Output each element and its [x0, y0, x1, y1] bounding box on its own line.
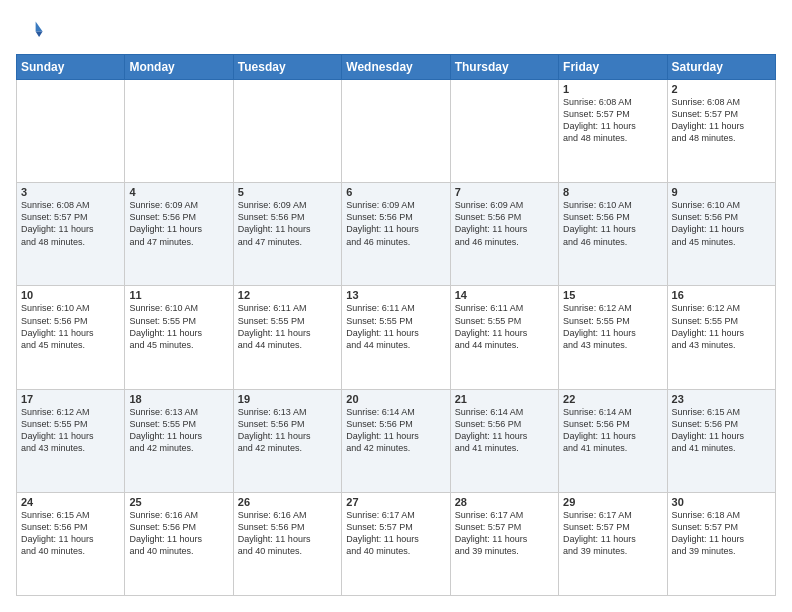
svg-marker-1 — [36, 31, 43, 37]
calendar-cell: 17Sunrise: 6:12 AM Sunset: 5:55 PM Dayli… — [17, 389, 125, 492]
day-number: 8 — [563, 186, 662, 198]
weekday-header-tuesday: Tuesday — [233, 55, 341, 80]
calendar-cell: 22Sunrise: 6:14 AM Sunset: 5:56 PM Dayli… — [559, 389, 667, 492]
day-number: 23 — [672, 393, 771, 405]
day-number: 22 — [563, 393, 662, 405]
day-number: 3 — [21, 186, 120, 198]
page: SundayMondayTuesdayWednesdayThursdayFrid… — [0, 0, 792, 612]
day-number: 12 — [238, 289, 337, 301]
day-info: Sunrise: 6:14 AM Sunset: 5:56 PM Dayligh… — [346, 406, 445, 455]
calendar-cell: 10Sunrise: 6:10 AM Sunset: 5:56 PM Dayli… — [17, 286, 125, 389]
day-info: Sunrise: 6:10 AM Sunset: 5:56 PM Dayligh… — [563, 199, 662, 248]
calendar-cell: 23Sunrise: 6:15 AM Sunset: 5:56 PM Dayli… — [667, 389, 775, 492]
calendar-cell: 15Sunrise: 6:12 AM Sunset: 5:55 PM Dayli… — [559, 286, 667, 389]
calendar-cell: 12Sunrise: 6:11 AM Sunset: 5:55 PM Dayli… — [233, 286, 341, 389]
day-info: Sunrise: 6:17 AM Sunset: 5:57 PM Dayligh… — [346, 509, 445, 558]
day-number: 15 — [563, 289, 662, 301]
svg-marker-0 — [36, 22, 43, 32]
day-number: 21 — [455, 393, 554, 405]
logo — [16, 16, 48, 44]
header — [16, 16, 776, 44]
day-info: Sunrise: 6:17 AM Sunset: 5:57 PM Dayligh… — [455, 509, 554, 558]
day-number: 13 — [346, 289, 445, 301]
day-number: 11 — [129, 289, 228, 301]
calendar-week-2: 3Sunrise: 6:08 AM Sunset: 5:57 PM Daylig… — [17, 183, 776, 286]
day-info: Sunrise: 6:11 AM Sunset: 5:55 PM Dayligh… — [238, 302, 337, 351]
calendar-cell: 24Sunrise: 6:15 AM Sunset: 5:56 PM Dayli… — [17, 492, 125, 595]
calendar-cell: 28Sunrise: 6:17 AM Sunset: 5:57 PM Dayli… — [450, 492, 558, 595]
calendar-cell: 26Sunrise: 6:16 AM Sunset: 5:56 PM Dayli… — [233, 492, 341, 595]
calendar-week-5: 24Sunrise: 6:15 AM Sunset: 5:56 PM Dayli… — [17, 492, 776, 595]
day-info: Sunrise: 6:11 AM Sunset: 5:55 PM Dayligh… — [346, 302, 445, 351]
day-info: Sunrise: 6:14 AM Sunset: 5:56 PM Dayligh… — [563, 406, 662, 455]
weekday-header-saturday: Saturday — [667, 55, 775, 80]
day-info: Sunrise: 6:12 AM Sunset: 5:55 PM Dayligh… — [563, 302, 662, 351]
day-number: 7 — [455, 186, 554, 198]
calendar-cell: 19Sunrise: 6:13 AM Sunset: 5:56 PM Dayli… — [233, 389, 341, 492]
day-number: 14 — [455, 289, 554, 301]
day-info: Sunrise: 6:09 AM Sunset: 5:56 PM Dayligh… — [455, 199, 554, 248]
day-info: Sunrise: 6:13 AM Sunset: 5:56 PM Dayligh… — [238, 406, 337, 455]
day-number: 1 — [563, 83, 662, 95]
calendar-cell — [17, 80, 125, 183]
calendar-cell: 1Sunrise: 6:08 AM Sunset: 5:57 PM Daylig… — [559, 80, 667, 183]
day-info: Sunrise: 6:11 AM Sunset: 5:55 PM Dayligh… — [455, 302, 554, 351]
day-info: Sunrise: 6:10 AM Sunset: 5:55 PM Dayligh… — [129, 302, 228, 351]
day-number: 19 — [238, 393, 337, 405]
calendar-week-3: 10Sunrise: 6:10 AM Sunset: 5:56 PM Dayli… — [17, 286, 776, 389]
calendar-cell: 2Sunrise: 6:08 AM Sunset: 5:57 PM Daylig… — [667, 80, 775, 183]
calendar-cell — [125, 80, 233, 183]
weekday-header-thursday: Thursday — [450, 55, 558, 80]
day-number: 5 — [238, 186, 337, 198]
day-info: Sunrise: 6:10 AM Sunset: 5:56 PM Dayligh… — [21, 302, 120, 351]
day-info: Sunrise: 6:16 AM Sunset: 5:56 PM Dayligh… — [129, 509, 228, 558]
day-info: Sunrise: 6:09 AM Sunset: 5:56 PM Dayligh… — [346, 199, 445, 248]
calendar-cell: 11Sunrise: 6:10 AM Sunset: 5:55 PM Dayli… — [125, 286, 233, 389]
calendar-cell: 14Sunrise: 6:11 AM Sunset: 5:55 PM Dayli… — [450, 286, 558, 389]
day-number: 17 — [21, 393, 120, 405]
day-info: Sunrise: 6:08 AM Sunset: 5:57 PM Dayligh… — [672, 96, 771, 145]
weekday-header-wednesday: Wednesday — [342, 55, 450, 80]
day-info: Sunrise: 6:18 AM Sunset: 5:57 PM Dayligh… — [672, 509, 771, 558]
day-number: 10 — [21, 289, 120, 301]
day-number: 27 — [346, 496, 445, 508]
day-number: 24 — [21, 496, 120, 508]
calendar-cell — [342, 80, 450, 183]
day-number: 28 — [455, 496, 554, 508]
day-info: Sunrise: 6:16 AM Sunset: 5:56 PM Dayligh… — [238, 509, 337, 558]
day-number: 2 — [672, 83, 771, 95]
day-info: Sunrise: 6:13 AM Sunset: 5:55 PM Dayligh… — [129, 406, 228, 455]
calendar-cell: 3Sunrise: 6:08 AM Sunset: 5:57 PM Daylig… — [17, 183, 125, 286]
calendar-cell — [233, 80, 341, 183]
calendar-cell: 4Sunrise: 6:09 AM Sunset: 5:56 PM Daylig… — [125, 183, 233, 286]
calendar-cell: 9Sunrise: 6:10 AM Sunset: 5:56 PM Daylig… — [667, 183, 775, 286]
calendar-cell — [450, 80, 558, 183]
day-number: 25 — [129, 496, 228, 508]
day-info: Sunrise: 6:15 AM Sunset: 5:56 PM Dayligh… — [672, 406, 771, 455]
calendar-cell: 16Sunrise: 6:12 AM Sunset: 5:55 PM Dayli… — [667, 286, 775, 389]
weekday-header-friday: Friday — [559, 55, 667, 80]
day-info: Sunrise: 6:12 AM Sunset: 5:55 PM Dayligh… — [21, 406, 120, 455]
day-info: Sunrise: 6:08 AM Sunset: 5:57 PM Dayligh… — [563, 96, 662, 145]
day-number: 9 — [672, 186, 771, 198]
calendar-week-4: 17Sunrise: 6:12 AM Sunset: 5:55 PM Dayli… — [17, 389, 776, 492]
day-number: 16 — [672, 289, 771, 301]
day-info: Sunrise: 6:08 AM Sunset: 5:57 PM Dayligh… — [21, 199, 120, 248]
calendar-cell: 21Sunrise: 6:14 AM Sunset: 5:56 PM Dayli… — [450, 389, 558, 492]
day-number: 4 — [129, 186, 228, 198]
day-number: 29 — [563, 496, 662, 508]
calendar-cell: 29Sunrise: 6:17 AM Sunset: 5:57 PM Dayli… — [559, 492, 667, 595]
day-info: Sunrise: 6:15 AM Sunset: 5:56 PM Dayligh… — [21, 509, 120, 558]
calendar-cell: 8Sunrise: 6:10 AM Sunset: 5:56 PM Daylig… — [559, 183, 667, 286]
day-info: Sunrise: 6:09 AM Sunset: 5:56 PM Dayligh… — [238, 199, 337, 248]
day-number: 20 — [346, 393, 445, 405]
calendar-cell: 13Sunrise: 6:11 AM Sunset: 5:55 PM Dayli… — [342, 286, 450, 389]
day-info: Sunrise: 6:10 AM Sunset: 5:56 PM Dayligh… — [672, 199, 771, 248]
day-number: 6 — [346, 186, 445, 198]
calendar-cell: 6Sunrise: 6:09 AM Sunset: 5:56 PM Daylig… — [342, 183, 450, 286]
calendar-cell: 7Sunrise: 6:09 AM Sunset: 5:56 PM Daylig… — [450, 183, 558, 286]
calendar-cell: 30Sunrise: 6:18 AM Sunset: 5:57 PM Dayli… — [667, 492, 775, 595]
day-number: 18 — [129, 393, 228, 405]
weekday-header-monday: Monday — [125, 55, 233, 80]
day-info: Sunrise: 6:17 AM Sunset: 5:57 PM Dayligh… — [563, 509, 662, 558]
